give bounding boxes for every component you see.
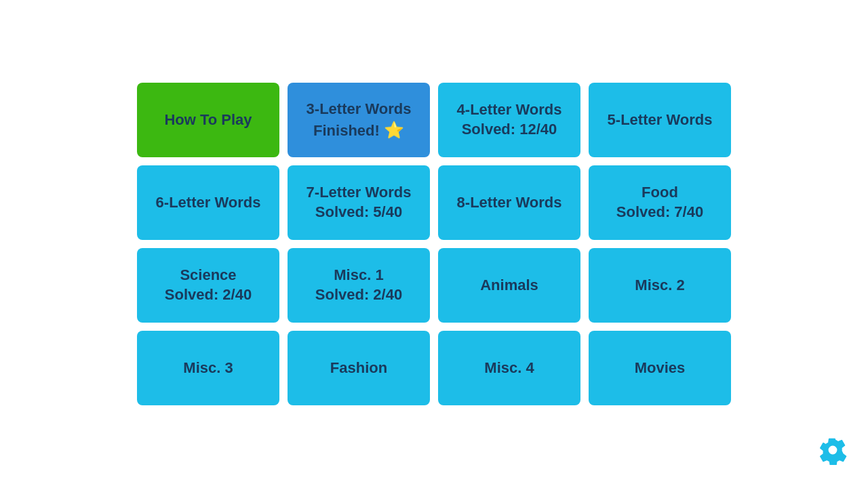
tile-fashion[interactable]: Fashion: [288, 331, 430, 405]
settings-icon: [818, 435, 848, 465]
tile-label: ScienceSolved: 2/40: [165, 266, 252, 304]
tile-animals[interactable]: Animals: [438, 248, 580, 323]
tile-4-letter-words[interactable]: 4-Letter WordsSolved: 12/40: [438, 83, 580, 157]
tile-movies[interactable]: Movies: [589, 331, 731, 405]
tile-misc-1[interactable]: Misc. 1Solved: 2/40: [288, 248, 430, 323]
tile-misc-4[interactable]: Misc. 4: [438, 331, 580, 405]
tile-label: 4-Letter WordsSolved: 12/40: [457, 100, 562, 139]
tile-5-letter-words[interactable]: 5-Letter Words: [589, 83, 731, 157]
tile-6-letter-words[interactable]: 6-Letter Words: [137, 165, 279, 240]
tile-3-letter-words[interactable]: 3-Letter WordsFinished! ⭐: [288, 83, 430, 157]
tile-label: 5-Letter Words: [608, 110, 713, 130]
tile-8-letter-words[interactable]: 8-Letter Words: [438, 165, 580, 240]
tile-misc-2[interactable]: Misc. 2: [589, 248, 731, 323]
tile-label: 3-Letter WordsFinished! ⭐: [307, 100, 412, 140]
tile-label: Fashion: [330, 359, 387, 378]
tile-misc-3[interactable]: Misc. 3: [137, 331, 279, 405]
tile-food[interactable]: FoodSolved: 7/40: [589, 165, 731, 240]
tile-label: How To Play: [164, 110, 252, 130]
settings-button[interactable]: [818, 435, 848, 468]
tile-label: Misc. 2: [635, 276, 684, 296]
tile-label: 7-Letter WordsSolved: 5/40: [307, 183, 412, 222]
tile-label: Misc. 3: [183, 359, 233, 378]
category-grid: How To Play3-Letter WordsFinished! ⭐4-Le…: [137, 83, 731, 405]
tile-how-to-play[interactable]: How To Play: [137, 83, 279, 157]
tile-label: 6-Letter Words: [156, 193, 261, 213]
tile-label: 8-Letter Words: [457, 193, 562, 213]
tile-label: Misc. 4: [484, 359, 534, 378]
tile-label: FoodSolved: 7/40: [616, 183, 703, 222]
tile-science[interactable]: ScienceSolved: 2/40: [137, 248, 279, 323]
tile-label: Animals: [480, 276, 538, 296]
tile-label: Misc. 1Solved: 2/40: [315, 266, 402, 304]
tile-label: Movies: [635, 359, 686, 378]
tile-7-letter-words[interactable]: 7-Letter WordsSolved: 5/40: [288, 165, 430, 240]
